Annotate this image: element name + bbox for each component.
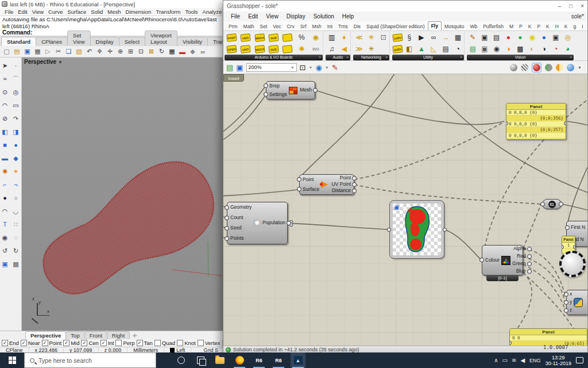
checker-icon[interactable]: ▩ (514, 44, 525, 55)
brush-icon[interactable]: ✎ (467, 32, 478, 43)
osnap-checkbox[interactable]: Perp (115, 340, 134, 346)
image-input-nub[interactable] (387, 228, 391, 232)
grasshopper-menu-item[interactable]: Display (283, 13, 310, 20)
rhino-sidebar-tool[interactable]: ∷ (11, 220, 21, 229)
grasshopper-menu-item[interactable]: Help (338, 13, 358, 20)
panel-bottom[interactable]: Panel 0 0{0;0;65} (509, 328, 587, 346)
category-tab[interactable]: Fly (428, 21, 442, 30)
linkage-icon[interactable]: § (404, 32, 415, 43)
rhino-sidebar-tool[interactable]: ◠ (1, 101, 10, 110)
rhino-sidebar-tool[interactable]: ○ (11, 193, 21, 202)
gauge-icon[interactable]: ◑ (503, 44, 514, 55)
category-tab[interactable]: Srf (297, 22, 310, 30)
wire-tree[interactable] (354, 185, 541, 204)
group-label-audio[interactable]: Audio (326, 55, 350, 60)
category-tab[interactable]: g (571, 22, 579, 30)
grasshopper-menu-item[interactable]: Solution (310, 13, 338, 20)
waveform-icon[interactable]: ▥ (326, 32, 337, 43)
rhino-sidebar-tool[interactable]: ● (1, 193, 10, 202)
chevron-up-icon[interactable]: ∧ (494, 357, 498, 363)
slope-icon[interactable]: ◺ (428, 44, 439, 55)
peak-icon[interactable]: ▲ (416, 44, 427, 55)
export-icon[interactable]: ▷ (43, 47, 53, 56)
osnap-checkbox[interactable]: Point (42, 340, 62, 346)
rhino-command-prompt[interactable]: Command: (0, 29, 224, 36)
preview-off-icon[interactable] (510, 64, 517, 71)
firefox-button[interactable] (232, 352, 247, 368)
canvas-compass-widget[interactable] (559, 251, 586, 277)
group-label-utility[interactable]: Utility (392, 55, 464, 60)
viewport-tab[interactable]: Front (84, 331, 107, 339)
rhino-menu-item[interactable]: Analyze (200, 9, 225, 15)
viewport-layout-icon[interactable]: ▦ (167, 47, 177, 56)
category-tab[interactable]: M (506, 22, 516, 30)
component-split-argb[interactable]: Colour △ AlphaRedGreenBlue [0-1] (482, 245, 523, 275)
input-port[interactable]: Colour (485, 258, 500, 263)
open-file-icon[interactable]: ▤ (12, 47, 22, 56)
category-tab[interactable]: Pufferfish (480, 22, 506, 30)
grasshopper-canvas[interactable]: losed BrepSettings Mesh Panel 0 0,0,0 {0… (223, 74, 587, 346)
pinwheel-red-icon[interactable]: ● (503, 32, 514, 43)
task-view-button[interactable] (193, 352, 208, 368)
grasshopper-menu-item[interactable]: File (227, 13, 244, 20)
viewport-dropdown-caret[interactable]: ▼ (58, 60, 63, 65)
osnap-checkbox[interactable]: Int (100, 340, 114, 346)
pan-icon[interactable]: ❖ (95, 47, 105, 56)
mega-read-icon[interactable]: MEGA (254, 33, 265, 42)
group-label-vision[interactable]: Vision (467, 55, 574, 60)
viewport-title-label[interactable]: Perspective ▼ (24, 59, 63, 65)
rhino-sidebar-tool[interactable]: ↷ (11, 114, 21, 123)
input-port[interactable]: Seed (230, 225, 242, 231)
stopwatch-icon[interactable]: ◔ (452, 44, 463, 55)
category-tab[interactable]: Math (241, 22, 257, 30)
preview-caret[interactable]: ▼ (325, 66, 329, 70)
input-port[interactable]: Surface (303, 187, 319, 193)
rhino-sidebar-tool[interactable]: ⊘ (1, 114, 10, 123)
category-tab[interactable]: Int (324, 22, 335, 30)
osnap-checkbox[interactable]: Mid (63, 340, 79, 346)
add-viewport-icon[interactable]: ✛ (133, 333, 137, 339)
globe-icon[interactable]: ● (539, 32, 550, 43)
input-port[interactable]: z (570, 308, 572, 313)
rhino-sidebar-tool[interactable]: ◧ (1, 127, 10, 136)
gear-icon[interactable]: ✺ (296, 44, 307, 55)
rhino-sidebar-tool[interactable]: ✺ (1, 167, 10, 176)
viewport-tab[interactable]: Top (65, 331, 84, 339)
signal-in-icon[interactable]: ≫ (354, 44, 365, 55)
category-tab[interactable]: Msh (310, 22, 324, 30)
rhino-perspective-viewport[interactable]: Perspective ▼ z y x (22, 57, 224, 331)
rhino-sidebar-tool[interactable]: ■ (1, 140, 10, 150)
panel-title[interactable]: Panel (510, 329, 587, 335)
rhino-sidebar-tool[interactable]: · (11, 61, 21, 70)
image-output-nub[interactable] (443, 228, 447, 232)
rhino-toolbar-tab[interactable]: Visibility (177, 37, 208, 46)
rhino-sidebar-tool[interactable]: ↺ (1, 246, 10, 255)
new-file-icon[interactable]: ▢ (2, 47, 11, 56)
input-port[interactable]: Settings (269, 92, 287, 98)
wifi-icon[interactable]: ≋ (512, 357, 516, 363)
zoom-extents-icon[interactable]: ⊡ (300, 63, 306, 72)
wire[interactable] (562, 204, 587, 211)
osnap-checkbox[interactable]: Tan (137, 340, 153, 346)
preview-blue-icon[interactable] (567, 64, 574, 71)
component-mesh-brep[interactable]: BrepSettings Mesh (266, 81, 315, 99)
category-tab[interactable]: Vec (270, 22, 284, 30)
wire-tree[interactable] (523, 204, 541, 248)
open-icon[interactable]: OPEN (226, 45, 237, 53)
webcam-icon[interactable]: ◉ (491, 44, 502, 55)
zoom-selected-icon[interactable]: ⊡ (136, 47, 146, 56)
save-image-icon[interactable]: ▣ (394, 205, 399, 210)
preview-custom-icon[interactable] (545, 64, 552, 71)
component-python-script[interactable]: xyz oua (566, 290, 587, 315)
category-tab[interactable]: Trns (335, 22, 351, 30)
rhino-sidebar-tool[interactable]: ⌒ (11, 74, 21, 83)
play-icon[interactable]: ▶ (416, 32, 427, 43)
output-port[interactable]: UV Point (331, 182, 351, 187)
start-button[interactable] (0, 352, 24, 368)
move-icon[interactable]: ✛ (105, 47, 115, 56)
component-image-preview[interactable]: ▣ (390, 201, 444, 258)
canvas-file-tab[interactable]: losed (223, 74, 244, 82)
category-tab[interactable]: C (586, 22, 588, 30)
rhino-sidebar-tool[interactable]: ➤ (1, 61, 10, 70)
wire-tree[interactable] (513, 273, 532, 334)
